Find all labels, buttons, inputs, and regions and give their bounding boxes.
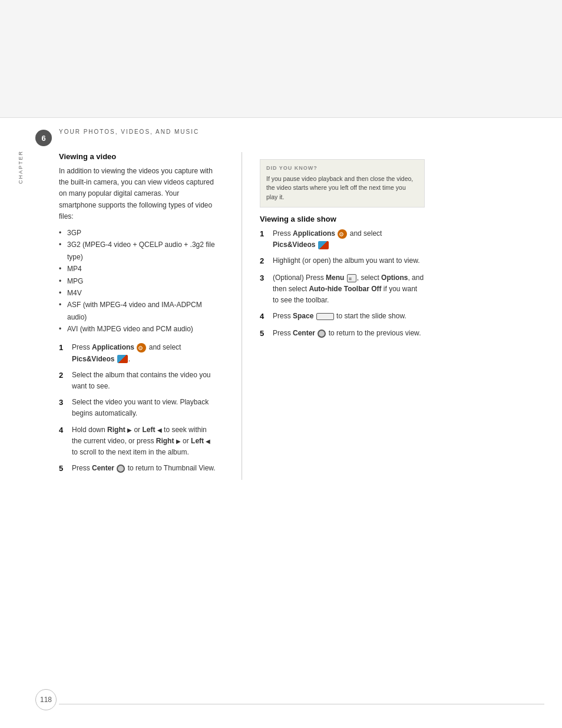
arrow-right-icon: ▶ [127, 426, 132, 435]
arrow-right-icon-2: ▶ [176, 437, 181, 446]
right-step-3: 3 (Optional) Press Menu , select Options… [260, 272, 425, 307]
list-item: MP4 [59, 263, 218, 275]
bottom-rule [59, 704, 544, 704]
list-item: 3G2 (MPEG-4 video + QCELP audio + .3g2 f… [59, 239, 218, 263]
did-you-know-box: DID YOU KNOW? If you pause video playbac… [260, 159, 425, 207]
pics-videos-icon-right [318, 241, 329, 249]
step-3: 3 Select the video you want to view. Pla… [59, 397, 218, 419]
list-item: AVI (with MJPEG video and PCM audio) [59, 323, 218, 335]
center-icon [117, 465, 125, 473]
right-step-4: 4 Press Space to start the slide show. [260, 311, 425, 323]
right-section-title: Viewing a slide show [260, 215, 425, 223]
left-column: Viewing a video In addition to viewing t… [59, 152, 230, 480]
left-intro: In addition to viewing the videos you ca… [59, 166, 218, 222]
left-steps: 1 Press Applications and select Pics&Vid… [59, 342, 218, 475]
page-number: 118 [35, 689, 57, 710]
space-icon [316, 313, 334, 320]
chapter-title-bar: YOUR PHOTOS, VIDEOS, AND MUSIC [59, 129, 199, 135]
chapter-label: CHAPTER [18, 150, 24, 184]
column-divider [242, 152, 242, 480]
pics-videos-icon [117, 355, 128, 363]
dyk-label: DID YOU KNOW? [266, 164, 418, 173]
chapter-title: YOUR PHOTOS, VIDEOS, AND MUSIC [59, 129, 199, 135]
top-decorative-area [0, 0, 562, 118]
dyk-text: If you pause video playback and then clo… [266, 175, 413, 201]
left-section-title: Viewing a video [59, 152, 218, 161]
main-content: Viewing a video In addition to viewing t… [0, 152, 562, 480]
apps-icon [137, 343, 146, 353]
arrow-left-icon-2: ◀ [206, 437, 210, 446]
right-steps: 1 Press Applications and select Pics&Vid… [260, 228, 425, 340]
center-icon-right [318, 330, 326, 338]
menu-icon [347, 274, 356, 282]
right-step-1: 1 Press Applications and select Pics&Vid… [260, 228, 425, 251]
step-5: 5 Press Center to return to Thumbnail Vi… [59, 463, 218, 475]
step-2: 2 Select the album that contains the vid… [59, 370, 218, 392]
step-1: 1 Press Applications and select Pics&Vid… [59, 342, 218, 364]
arrow-left-icon: ◀ [157, 426, 162, 435]
bullet-list: 3GP 3G2 (MPEG-4 video + QCELP audio + .3… [59, 227, 218, 335]
page: 6 YOUR PHOTOS, VIDEOS, AND MUSIC CHAPTER… [0, 0, 562, 728]
right-step-2: 2 Highlight (or open) the album you want… [260, 255, 425, 268]
list-item: ASF (with MPEG-4 video and IMA-ADPCM aud… [59, 299, 218, 323]
chapter-header: 6 YOUR PHOTOS, VIDEOS, AND MUSIC CHAPTER [0, 118, 562, 146]
right-step-5: 5 Press Center to return to the previous… [260, 328, 425, 340]
apps-icon-right [338, 229, 347, 239]
list-item: 3GP [59, 227, 218, 239]
chapter-number: 6 [35, 130, 52, 146]
right-column: DID YOU KNOW? If you pause video playbac… [254, 152, 425, 480]
list-item: MPG [59, 275, 218, 287]
list-item: M4V [59, 287, 218, 299]
step-4: 4 Hold down Right ▶ or Left ◀ to seek wi… [59, 424, 218, 459]
